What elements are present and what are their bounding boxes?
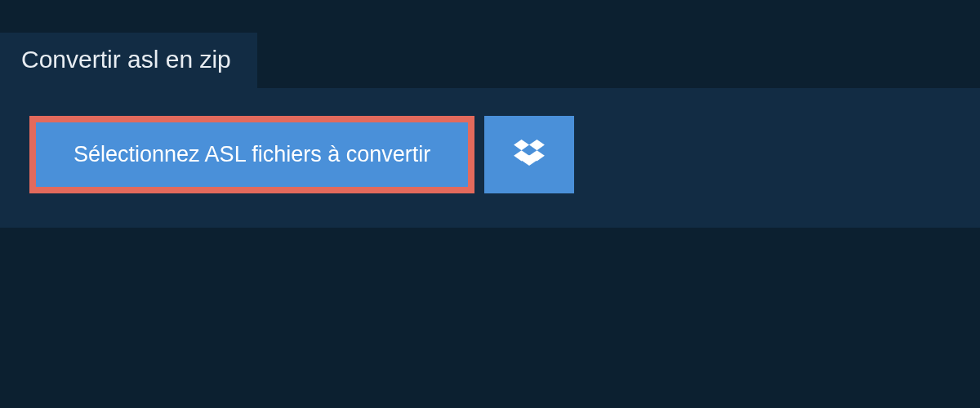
tab-label: Convertir asl en zip <box>21 46 231 73</box>
converter-panel: Sélectionnez ASL fichiers à convertir <box>0 88 980 228</box>
select-files-label: Sélectionnez ASL fichiers à convertir <box>74 142 430 167</box>
dropbox-button[interactable] <box>484 116 574 193</box>
tab-bar: Convertir asl en zip <box>0 0 980 88</box>
dropbox-icon <box>514 140 545 171</box>
file-select-group: Sélectionnez ASL fichiers à convertir <box>29 116 951 193</box>
select-files-button[interactable]: Sélectionnez ASL fichiers à convertir <box>29 116 474 193</box>
tab-convert[interactable]: Convertir asl en zip <box>0 33 257 88</box>
